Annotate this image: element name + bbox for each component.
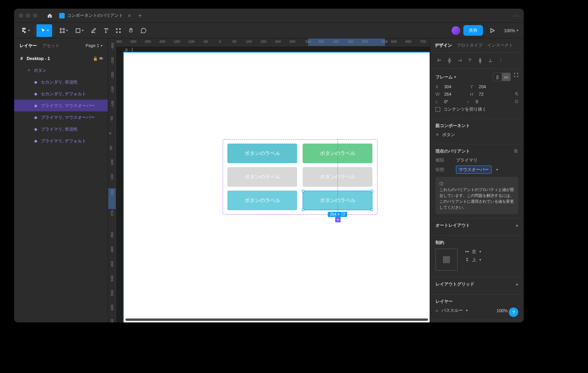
file-tab-title: コンポーネントのバリアント (67, 13, 123, 18)
comment-tool[interactable] (137, 24, 150, 37)
add-autolayout-icon[interactable]: + (516, 223, 518, 228)
v-constraint[interactable]: 上 (472, 257, 476, 263)
w-value[interactable]: 264 (444, 92, 451, 96)
adjust-icon[interactable] (514, 149, 518, 154)
layers-tab[interactable]: レイヤー (20, 43, 37, 49)
eye-icon[interactable]: 👁 (99, 56, 103, 61)
kind-value[interactable]: プライマリ (456, 157, 477, 163)
radius-icon: ⌐ (467, 99, 473, 104)
orient-h-icon[interactable]: ▭ (502, 73, 510, 81)
button-label: ボタンのラベル (245, 197, 280, 204)
kind-label: 種類 (436, 157, 453, 163)
design-tab[interactable]: デザイン (435, 42, 452, 48)
titlebar: コンポーネントのバリアント × + ··· (14, 9, 524, 23)
blend-mode-icon: ○ (436, 308, 438, 313)
layer-label: ボタン (34, 67, 47, 73)
parent-component-title: 親コンポーネント (436, 123, 518, 129)
ruler-horizontal: -350-300-250-200-150-100-500501001502002… (116, 38, 430, 46)
layer-variant[interactable]: ◆プライマリ, 非活性 (14, 123, 108, 135)
layer-variant-selected[interactable]: ◆プライマリ, マウスオーバー (14, 100, 108, 111)
layer-label: プライマリ, マウスオーバー (41, 103, 95, 109)
variant-icon: ◆ (33, 103, 38, 108)
state-dropdown[interactable]: マウスオーバー (456, 166, 492, 174)
text-tool[interactable] (100, 24, 112, 37)
section-title: 制約 (436, 240, 518, 246)
file-tab[interactable]: コンポーネントのバリアント × (55, 9, 135, 22)
angle-icon: ⟀ (436, 99, 441, 104)
align-top-icon[interactable]: ⊤ (465, 56, 475, 65)
constrain-icon[interactable]: ⇅ (515, 91, 518, 96)
h-constraint[interactable]: 左 (472, 249, 476, 255)
button-label: ボタンのラベル (245, 150, 280, 157)
blend-mode[interactable]: パススルー (441, 307, 463, 313)
layer-label: Desktop - 1 (27, 56, 50, 61)
h-value[interactable]: 72 (479, 92, 483, 96)
layer-variant[interactable]: ◆プライマリ, デフォルト (14, 135, 108, 147)
layer-frame[interactable]: # Desktop - 1 🔓👁 (14, 53, 108, 64)
align-right-icon[interactable]: ⊣ (455, 56, 465, 65)
button-variant[interactable]: ボタンのラベル (227, 144, 297, 163)
home-icon[interactable] (44, 13, 55, 18)
svg-point-4 (119, 31, 121, 33)
help-button[interactable]: ? (509, 307, 518, 317)
x-value[interactable]: 304 (444, 84, 451, 89)
variant-icon: ◆ (33, 127, 38, 132)
share-button[interactable]: 共有 (463, 25, 483, 36)
checkbox-unchecked-icon[interactable] (436, 107, 440, 112)
section-title: フレーム (436, 74, 453, 80)
shape-tool[interactable]: ▾ (71, 24, 87, 37)
zoom-control[interactable]: 100%▾ (502, 28, 521, 33)
window-controls[interactable] (19, 13, 37, 18)
svg-point-3 (116, 31, 118, 33)
parent-component-name[interactable]: ボタン (442, 132, 455, 138)
add-variant-button[interactable]: + (335, 217, 341, 222)
user-avatar[interactable] (452, 26, 460, 35)
close-tab-icon[interactable]: × (128, 13, 131, 19)
pen-tool[interactable] (87, 24, 100, 37)
orient-v-icon[interactable]: ▯ (493, 73, 502, 81)
add-grid-icon[interactable]: + (516, 282, 518, 287)
main-menu-button[interactable]: ▾ (17, 24, 33, 37)
align-center-h-icon[interactable]: ╬ (445, 56, 454, 65)
layer-opacity[interactable]: 100% (497, 308, 508, 313)
file-icon (59, 13, 65, 18)
y-value[interactable]: 204 (479, 84, 486, 89)
frame-tool[interactable]: ▾ (56, 24, 71, 37)
lock-icon[interactable]: 🔓 (93, 56, 98, 61)
align-controls: ⊢ ╬ ⊣ ⊤ ╫ ⊥ ⋮ (430, 53, 524, 69)
inspect-tab[interactable]: インスペクト (487, 42, 513, 48)
more-icon[interactable]: ··· (513, 13, 519, 18)
component-icon: ✧ (436, 132, 439, 137)
button-variant[interactable]: ボタンのラベル (227, 191, 297, 210)
design-frame[interactable]: ボタンのラベル ボタンのラベル ボタンのラベル ボタンのラベル ボタンのラベル … (124, 53, 430, 322)
horizontal-scrollbar[interactable] (125, 318, 428, 321)
layer-variant[interactable]: ◆セカンダリ, デフォルト (14, 88, 108, 100)
chevron-down-icon[interactable]: ▾ (496, 168, 498, 171)
rotation-value[interactable]: 0° (444, 99, 448, 104)
page-select[interactable]: Page 1▾ (85, 43, 102, 48)
layer-component-set[interactable]: ✧ ボタン (14, 64, 108, 76)
prototype-tab[interactable]: プロトタイプ (457, 42, 483, 48)
button-variant[interactable]: ボタンのラベル (227, 167, 297, 187)
assets-tab[interactable]: アセット (42, 43, 60, 49)
present-button[interactable] (486, 24, 499, 37)
hand-tool[interactable] (125, 24, 137, 37)
variant-icon: ◆ (33, 115, 38, 120)
resources-tool[interactable] (112, 24, 125, 37)
align-bottom-icon[interactable]: ⊥ (486, 56, 495, 65)
align-center-v-icon[interactable]: ╫ (475, 56, 485, 65)
svg-rect-0 (76, 29, 80, 33)
align-left-icon[interactable]: ⊢ (435, 56, 444, 65)
radius-value[interactable]: 0 (476, 99, 478, 104)
layer-label: セカンダリ, 非活性 (41, 79, 78, 85)
move-tool[interactable]: ▾ (36, 24, 52, 37)
new-tab-button[interactable]: + (138, 12, 142, 19)
resize-to-fit-icon[interactable]: ⛶ (514, 73, 518, 81)
layer-variant[interactable]: ◆プライマリ, マウスオーバー (14, 111, 108, 123)
layer-variant[interactable]: ◆セカンダリ, 非活性 (14, 76, 108, 88)
constraint-widget[interactable] (436, 249, 457, 271)
canvas-area[interactable]: -350-300-250-200-150-100-500501001502002… (108, 38, 430, 322)
section-title: レイヤー (436, 298, 518, 304)
distribute-icon[interactable]: ⋮ (496, 56, 505, 65)
independent-corners-icon[interactable]: ⊡ (515, 99, 518, 104)
